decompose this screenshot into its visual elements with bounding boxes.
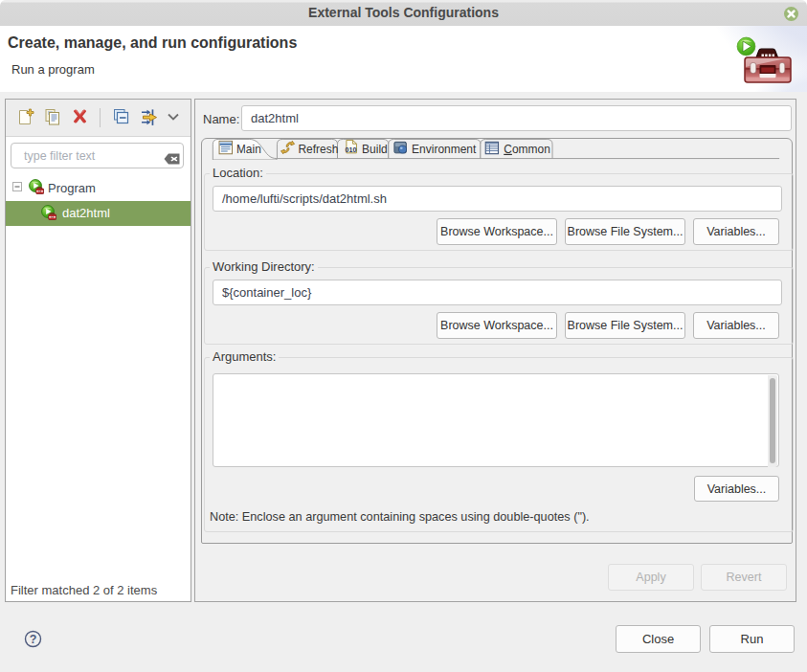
svg-text:?: ?	[30, 633, 37, 646]
